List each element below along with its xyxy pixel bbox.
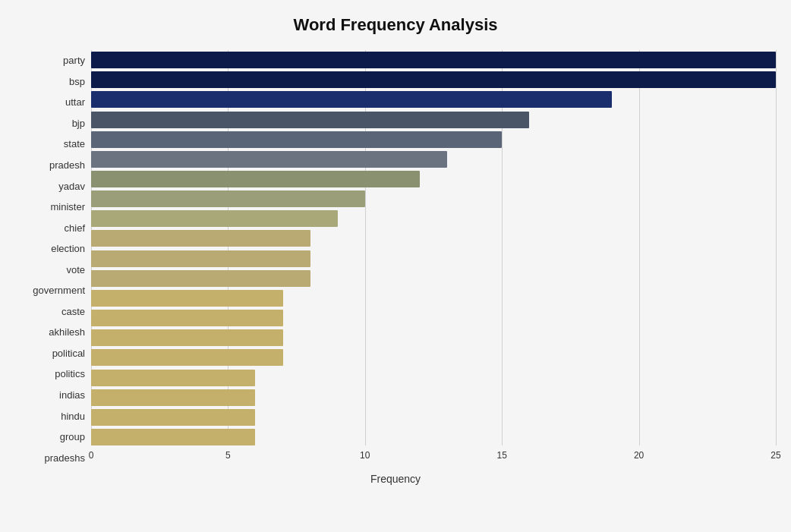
y-label: state bbox=[15, 139, 85, 149]
bar-row bbox=[91, 130, 776, 150]
bar bbox=[91, 349, 283, 366]
bar-row bbox=[91, 50, 776, 70]
y-label: pradeshs bbox=[15, 453, 85, 463]
bar-row bbox=[91, 308, 776, 328]
x-tick: 25 bbox=[771, 450, 780, 461]
chart-title: Word Frequency Analysis bbox=[15, 15, 776, 35]
bar-row bbox=[91, 427, 776, 447]
y-label: indias bbox=[15, 390, 85, 400]
bar-row bbox=[91, 90, 776, 109]
y-label: election bbox=[15, 244, 85, 253]
y-label: party bbox=[15, 55, 85, 65]
y-label: group bbox=[15, 432, 85, 442]
y-label: caste bbox=[15, 307, 85, 316]
bar bbox=[91, 409, 255, 426]
y-label: uttar bbox=[15, 97, 85, 107]
bar-row bbox=[91, 109, 776, 129]
y-label: political bbox=[15, 348, 85, 358]
bar bbox=[91, 210, 338, 227]
bar bbox=[91, 290, 283, 307]
plot-area: 0510152025 bbox=[91, 50, 776, 468]
y-label: yadav bbox=[15, 181, 85, 191]
x-axis-label: Frequency bbox=[15, 473, 776, 485]
y-label: vote bbox=[15, 265, 85, 275]
bar bbox=[91, 370, 255, 386]
y-label: politics bbox=[15, 369, 85, 379]
chart-area: partybsputtarbjpstatepradeshyadavministe… bbox=[15, 50, 776, 468]
bar bbox=[91, 112, 529, 128]
bar-row bbox=[91, 288, 776, 308]
bar bbox=[91, 71, 776, 88]
bar bbox=[91, 171, 420, 187]
y-axis: partybsputtarbjpstatepradeshyadavministe… bbox=[15, 50, 91, 468]
x-tick: 10 bbox=[360, 450, 370, 461]
bar-row bbox=[91, 228, 776, 248]
bar-row bbox=[91, 150, 776, 169]
bar-row bbox=[91, 249, 776, 269]
bar-row bbox=[91, 209, 776, 228]
bar-row bbox=[91, 368, 776, 388]
y-label: hindu bbox=[15, 411, 85, 421]
y-label: minister bbox=[15, 202, 85, 212]
bar-row bbox=[91, 169, 776, 189]
y-label: bsp bbox=[15, 77, 85, 87]
bar bbox=[91, 250, 310, 267]
y-label: bjp bbox=[15, 118, 85, 128]
y-label: chief bbox=[15, 223, 85, 233]
bar-row bbox=[91, 269, 776, 288]
bar bbox=[91, 310, 283, 326]
x-tick: 15 bbox=[497, 450, 507, 461]
x-axis: 0510152025 bbox=[91, 447, 776, 468]
bar bbox=[91, 270, 310, 287]
bar-row bbox=[91, 70, 776, 90]
bar bbox=[91, 389, 255, 406]
bar bbox=[91, 131, 502, 148]
y-label: government bbox=[15, 285, 85, 295]
x-tick: 5 bbox=[225, 450, 231, 461]
bar-row bbox=[91, 189, 776, 209]
bar-row bbox=[91, 388, 776, 408]
bar bbox=[91, 429, 255, 445]
bar-row bbox=[91, 408, 776, 427]
bar bbox=[91, 190, 365, 207]
bar bbox=[91, 91, 612, 108]
chart-container: Word Frequency Analysis partybsputtarbjp… bbox=[0, 0, 791, 532]
bar bbox=[91, 329, 283, 346]
bar bbox=[91, 151, 447, 168]
x-tick: 20 bbox=[634, 450, 644, 461]
bar bbox=[91, 52, 776, 68]
bar-row bbox=[91, 328, 776, 348]
bar bbox=[91, 230, 310, 247]
x-tick: 0 bbox=[89, 450, 94, 461]
y-label: pradesh bbox=[15, 160, 85, 170]
y-label: akhilesh bbox=[15, 327, 85, 337]
bar-row bbox=[91, 348, 776, 367]
